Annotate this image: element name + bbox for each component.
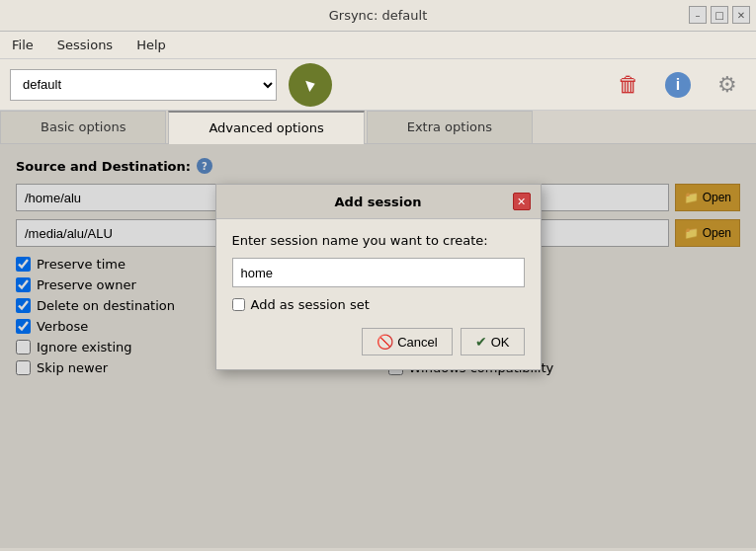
add-session-dialog: Add session ✕ Enter session name you wan… xyxy=(215,184,542,370)
menu-bar: File Sessions Help xyxy=(0,32,756,59)
add-as-session-set-row: Add as session set xyxy=(232,297,525,312)
dialog-close-button[interactable]: ✕ xyxy=(513,193,531,210)
dialog-buttons: 🚫 Cancel ✔ OK xyxy=(232,328,525,355)
ok-label: OK xyxy=(491,335,510,350)
add-as-session-set-checkbox[interactable] xyxy=(232,298,245,311)
cancel-icon: 🚫 xyxy=(377,334,393,350)
run-button[interactable] xyxy=(289,63,332,107)
window-title: Grsync: default xyxy=(329,8,428,23)
close-button[interactable]: ✕ xyxy=(732,6,750,24)
dialog-prompt: Enter session name you want to create: xyxy=(232,233,525,248)
session-dropdown-wrap: default xyxy=(10,69,277,101)
delete-button[interactable]: 🗑 xyxy=(610,66,647,104)
title-bar: Grsync: default – □ ✕ xyxy=(0,0,756,32)
dialog-title: Add session xyxy=(244,195,513,209)
dialog-overlay: Add session ✕ Enter session name you wan… xyxy=(0,144,756,548)
cancel-button[interactable]: 🚫 Cancel xyxy=(362,328,452,355)
window-controls[interactable]: – □ ✕ xyxy=(689,6,750,24)
ok-button[interactable]: ✔ OK xyxy=(461,328,525,355)
session-name-input[interactable] xyxy=(232,258,525,287)
menu-sessions[interactable]: Sessions xyxy=(53,36,117,54)
menu-file[interactable]: File xyxy=(8,36,38,54)
tab-advanced-options[interactable]: Advanced options xyxy=(168,111,364,144)
settings-button[interactable]: ⚙ xyxy=(709,66,746,104)
maximize-button[interactable]: □ xyxy=(711,6,728,24)
toolbar: default 🗑 i ⚙ xyxy=(0,59,756,111)
ok-icon: ✔ xyxy=(475,334,487,350)
main-content: Source and Destination: ? 📁 Open 📁 Open … xyxy=(0,144,756,548)
menu-help[interactable]: Help xyxy=(132,36,170,54)
tab-bar: Basic options Advanced options Extra opt… xyxy=(0,111,756,144)
info-button[interactable]: i xyxy=(659,66,697,104)
dialog-body: Enter session name you want to create: A… xyxy=(216,219,541,369)
cancel-label: Cancel xyxy=(397,335,437,350)
minimize-button[interactable]: – xyxy=(689,6,707,24)
svg-text:i: i xyxy=(676,76,680,93)
add-as-session-set-label: Add as session set xyxy=(251,297,370,312)
dialog-titlebar: Add session ✕ xyxy=(216,185,541,219)
tab-extra-options[interactable]: Extra options xyxy=(367,111,533,143)
session-dropdown[interactable]: default xyxy=(10,69,277,101)
tab-basic-options[interactable]: Basic options xyxy=(0,111,166,143)
